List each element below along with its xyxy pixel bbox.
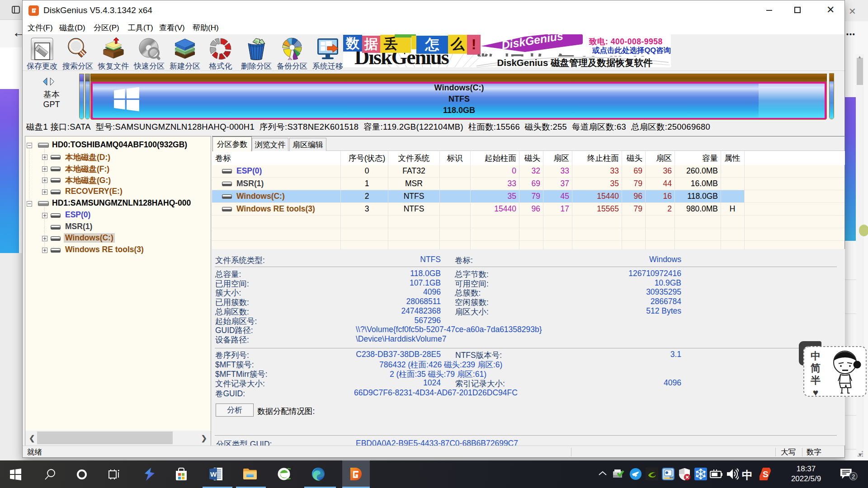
svg-text:W: W bbox=[210, 470, 217, 478]
svg-text:S: S bbox=[763, 469, 769, 479]
svg-text:2: 2 bbox=[852, 474, 855, 480]
svg-text:int: int bbox=[670, 476, 674, 479]
